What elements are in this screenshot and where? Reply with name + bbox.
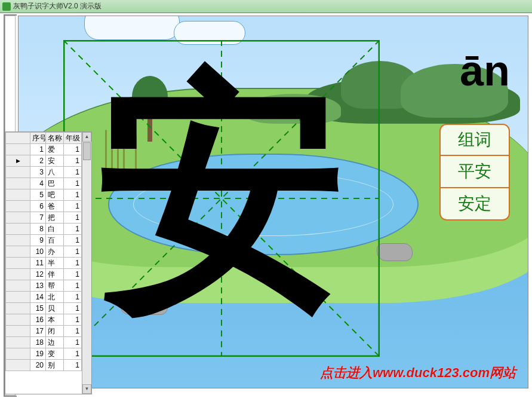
words-header-button[interactable]: 组词 — [439, 124, 510, 156]
cell-idx[interactable]: 7 — [30, 212, 46, 224]
cell-name[interactable]: 北 — [46, 292, 64, 303]
cell-grade[interactable]: 1 — [64, 201, 82, 212]
cell-name[interactable]: 闭 — [46, 326, 64, 337]
table-row[interactable]: 5吧1 — [6, 189, 82, 201]
cell-grade[interactable]: 1 — [64, 155, 82, 167]
cell-idx[interactable]: 11 — [30, 258, 46, 269]
row-selector[interactable] — [6, 144, 30, 155]
table-row[interactable]: 17闭1 — [6, 326, 82, 337]
cell-idx[interactable]: 18 — [30, 337, 46, 348]
cell-grade[interactable]: 1 — [64, 189, 82, 201]
table-row[interactable]: 7把1 — [6, 212, 82, 224]
row-selector[interactable] — [6, 212, 30, 224]
cell-idx[interactable]: 8 — [30, 224, 46, 235]
cell-idx[interactable]: 19 — [30, 348, 46, 360]
character-table[interactable]: 序号 名称 年级 1爱1▶2安13八14巴15吧16爸17把18白19百110办… — [5, 132, 82, 371]
cell-name[interactable]: 伴 — [46, 269, 64, 280]
cell-idx[interactable]: 4 — [30, 178, 46, 189]
row-selector[interactable] — [6, 326, 30, 337]
cell-name[interactable]: 安 — [46, 155, 64, 167]
cell-name[interactable]: 帮 — [46, 280, 64, 292]
cell-idx[interactable]: 10 — [30, 246, 46, 258]
cell-grade[interactable]: 1 — [64, 280, 82, 292]
cell-grade[interactable]: 1 — [64, 314, 82, 326]
row-selector[interactable] — [6, 167, 30, 178]
cell-idx[interactable]: 13 — [30, 280, 46, 292]
row-selector[interactable] — [6, 348, 30, 360]
cell-name[interactable]: 八 — [46, 167, 64, 178]
row-selector[interactable] — [6, 258, 30, 269]
table-row[interactable]: 1爱1 — [6, 144, 82, 155]
cell-grade[interactable]: 1 — [64, 348, 82, 360]
table-row[interactable]: 10办1 — [6, 246, 82, 258]
cell-name[interactable]: 别 — [46, 360, 64, 371]
cell-idx[interactable]: 12 — [30, 269, 46, 280]
row-selector[interactable] — [6, 224, 30, 235]
row-selector[interactable] — [6, 269, 30, 280]
row-selector[interactable] — [6, 178, 30, 189]
cell-grade[interactable]: 1 — [64, 258, 82, 269]
cell-grade[interactable]: 1 — [64, 178, 82, 189]
cell-name[interactable]: 百 — [46, 235, 64, 246]
cell-grade[interactable]: 1 — [64, 303, 82, 314]
cell-name[interactable]: 边 — [46, 337, 64, 348]
cell-grade[interactable]: 1 — [64, 144, 82, 155]
word-button-2[interactable]: 安定 — [439, 188, 510, 221]
cell-grade[interactable]: 1 — [64, 337, 82, 348]
table-row[interactable]: 11半1 — [6, 258, 82, 269]
cell-name[interactable]: 爱 — [46, 144, 64, 155]
table-row[interactable]: 15贝1 — [6, 303, 82, 314]
cell-grade[interactable]: 1 — [64, 167, 82, 178]
row-selector[interactable] — [6, 246, 30, 258]
row-selector[interactable] — [6, 280, 30, 292]
scroll-thumb[interactable] — [83, 142, 91, 160]
cell-grade[interactable]: 1 — [64, 235, 82, 246]
table-row[interactable]: ▶2安1 — [6, 155, 82, 167]
cell-name[interactable]: 白 — [46, 224, 64, 235]
table-scrollbar[interactable]: ▲ ▼ — [82, 132, 91, 394]
cell-idx[interactable]: 20 — [30, 360, 46, 371]
col-index[interactable]: 序号 — [30, 133, 46, 144]
table-row[interactable]: 16本1 — [6, 314, 82, 326]
cell-idx[interactable]: 14 — [30, 292, 46, 303]
table-row[interactable]: 8白1 — [6, 224, 82, 235]
cell-name[interactable]: 办 — [46, 246, 64, 258]
col-grade[interactable]: 年级 — [64, 133, 82, 144]
table-row[interactable]: 18边1 — [6, 337, 82, 348]
cell-name[interactable]: 把 — [46, 212, 64, 224]
table-row[interactable]: 12伴1 — [6, 269, 82, 280]
cell-grade[interactable]: 1 — [64, 224, 82, 235]
table-row[interactable]: 6爸1 — [6, 201, 82, 212]
table-row[interactable]: 20别1 — [6, 360, 82, 371]
cell-idx[interactable]: 2 — [30, 155, 46, 167]
row-selector[interactable] — [6, 235, 30, 246]
cell-idx[interactable]: 15 — [30, 303, 46, 314]
cell-idx[interactable]: 9 — [30, 235, 46, 246]
row-selector[interactable] — [6, 201, 30, 212]
cell-grade[interactable]: 1 — [64, 360, 82, 371]
cell-name[interactable]: 半 — [46, 258, 64, 269]
cell-name[interactable]: 变 — [46, 348, 64, 360]
table-row[interactable]: 19变1 — [6, 348, 82, 360]
table-row[interactable]: 13帮1 — [6, 280, 82, 292]
cell-name[interactable]: 吧 — [46, 189, 64, 201]
website-link[interactable]: 点击进入www.duck123.com网站 — [320, 364, 516, 382]
cell-name[interactable]: 巴 — [46, 178, 64, 189]
cell-grade[interactable]: 1 — [64, 292, 82, 303]
row-selector[interactable] — [6, 303, 30, 314]
cell-name[interactable]: 贝 — [46, 303, 64, 314]
cell-idx[interactable]: 16 — [30, 314, 46, 326]
row-selector[interactable] — [6, 360, 30, 371]
row-selector[interactable]: ▶ — [6, 155, 30, 167]
col-name[interactable]: 名称 — [46, 133, 64, 144]
cell-grade[interactable]: 1 — [64, 246, 82, 258]
cell-idx[interactable]: 5 — [30, 189, 46, 201]
table-row[interactable]: 4巴1 — [6, 178, 82, 189]
word-button-1[interactable]: 平安 — [439, 156, 510, 188]
row-selector[interactable] — [6, 292, 30, 303]
scroll-down-button[interactable]: ▼ — [82, 384, 91, 394]
cell-idx[interactable]: 1 — [30, 144, 46, 155]
table-row[interactable]: 9百1 — [6, 235, 82, 246]
cell-name[interactable]: 本 — [46, 314, 64, 326]
table-row[interactable]: 14北1 — [6, 292, 82, 303]
